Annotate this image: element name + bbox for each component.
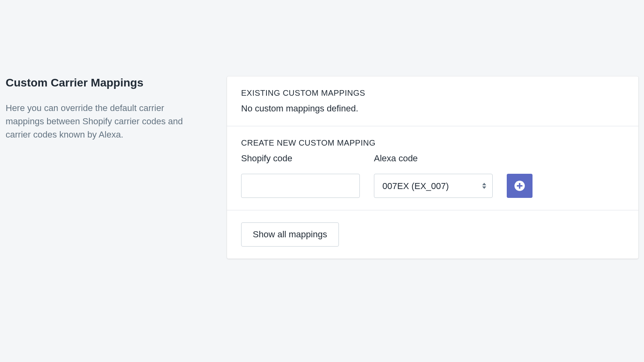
show-all-mappings-button[interactable]: Show all mappings xyxy=(241,222,339,247)
shopify-code-field: Shopify code xyxy=(241,153,360,198)
page-description: Here you can override the default carrie… xyxy=(6,101,203,141)
create-mapping-section: CREATE NEW CUSTOM MAPPING Shopify code A… xyxy=(227,126,638,210)
create-mapping-heading: CREATE NEW CUSTOM MAPPING xyxy=(241,138,624,148)
main-card: EXISTING CUSTOM MAPPINGS No custom mappi… xyxy=(227,76,638,259)
add-mapping-button[interactable] xyxy=(507,174,533,198)
actions-section: Show all mappings xyxy=(227,210,638,259)
alexa-code-label: Alexa code xyxy=(374,153,493,164)
alexa-code-field: Alexa code 007EX (EX_007) xyxy=(374,153,493,198)
page-title: Custom Carrier Mappings xyxy=(6,76,203,89)
alexa-code-select[interactable]: 007EX (EX_007) xyxy=(374,174,493,198)
sidebar: Custom Carrier Mappings Here you can ove… xyxy=(6,76,227,259)
svg-rect-2 xyxy=(517,185,522,187)
plus-circle-icon xyxy=(514,180,525,191)
existing-mappings-heading: EXISTING CUSTOM MAPPINGS xyxy=(241,88,624,98)
existing-mappings-empty: No custom mappings defined. xyxy=(241,103,624,114)
existing-mappings-section: EXISTING CUSTOM MAPPINGS No custom mappi… xyxy=(227,76,638,126)
shopify-code-input[interactable] xyxy=(241,174,360,198)
shopify-code-label: Shopify code xyxy=(241,153,360,164)
